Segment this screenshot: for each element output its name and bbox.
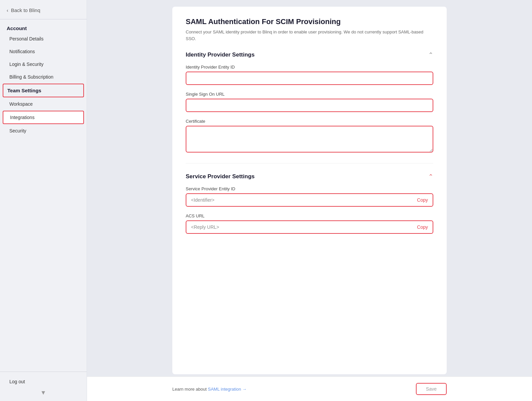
- sp-entity-id-field: <Identifier> Copy: [186, 193, 433, 207]
- service-provider-chevron-icon[interactable]: ⌃: [428, 173, 433, 180]
- certificate-label: Certificate: [186, 119, 433, 124]
- section-divider: [186, 163, 433, 164]
- save-button[interactable]: Save: [416, 383, 447, 395]
- entity-id-input[interactable]: [186, 72, 433, 85]
- learn-more-text: Learn more about SAML integration →: [172, 387, 247, 392]
- sidebar-bottom: Log out ▼: [0, 372, 87, 401]
- footer-inner: Learn more about SAML integration → Save: [172, 383, 447, 395]
- identity-provider-section-header: Identity Provider Settings ⌃: [186, 51, 433, 59]
- acs-url-value: <Reply URL>: [191, 224, 219, 230]
- identity-provider-section-title: Identity Provider Settings: [186, 52, 255, 58]
- back-arrow-icon: ‹: [7, 8, 8, 13]
- acs-url-copy-button[interactable]: Copy: [417, 224, 428, 230]
- certificate-textarea[interactable]: [186, 126, 433, 153]
- certificate-field-group: Certificate: [186, 119, 433, 154]
- sidebar-item-integrations[interactable]: Integrations: [3, 111, 84, 124]
- sp-entity-id-value: <Identifier>: [191, 197, 214, 203]
- sp-entity-id-label: Service Provider Entity ID: [186, 186, 433, 191]
- sidebar-item-notifications[interactable]: Notifications: [3, 45, 84, 58]
- sidebar: ‹ Back to Blinq Account Personal Details…: [0, 0, 87, 401]
- sidebar-item-billing[interactable]: Billing & Subscription: [3, 71, 84, 83]
- entity-id-field-group: Identity Provider Entity ID: [186, 65, 433, 85]
- sidebar-section-account[interactable]: Account: [0, 21, 87, 32]
- sidebar-item-workspace[interactable]: Workspace: [3, 98, 84, 110]
- sp-entity-id-field-group: Service Provider Entity ID <Identifier> …: [186, 186, 433, 207]
- sso-url-field-group: Single Sign On URL: [186, 92, 433, 112]
- back-link-label: Back to Blinq: [11, 7, 40, 13]
- service-provider-section-title: Service Provider Settings: [186, 173, 255, 180]
- saml-integration-link[interactable]: SAML integration →: [208, 387, 247, 392]
- sidebar-section-team-settings[interactable]: Team Settings: [3, 84, 84, 97]
- content-area: SAML Authentication For SCIM Provisionin…: [87, 0, 532, 377]
- sidebar-item-security[interactable]: Security: [3, 125, 84, 137]
- service-provider-section-header: Service Provider Settings ⌃: [186, 173, 433, 180]
- sidebar-item-logout[interactable]: Log out: [3, 376, 84, 388]
- sp-entity-id-copy-button[interactable]: Copy: [417, 197, 428, 203]
- back-to-blinq-link[interactable]: ‹ Back to Blinq: [0, 0, 87, 19]
- sidebar-divider-top: [0, 19, 87, 19]
- sidebar-item-personal-details[interactable]: Personal Details: [3, 33, 84, 45]
- page-subtitle: Connect your SAML identity provider to B…: [186, 29, 433, 42]
- identity-provider-chevron-icon[interactable]: ⌃: [428, 51, 433, 59]
- acs-url-field: <Reply URL> Copy: [186, 220, 433, 234]
- sso-url-input[interactable]: [186, 99, 433, 112]
- sidebar-item-login-security[interactable]: Login & Security: [3, 58, 84, 70]
- scroll-down-indicator: ▼: [0, 388, 87, 398]
- content-panel: SAML Authentication For SCIM Provisionin…: [172, 7, 447, 374]
- footer-wrapper: Learn more about SAML integration → Save: [87, 377, 532, 401]
- acs-url-field-group: ACS URL <Reply URL> Copy: [186, 213, 433, 234]
- page-title: SAML Authentication For SCIM Provisionin…: [186, 17, 433, 26]
- entity-id-label: Identity Provider Entity ID: [186, 65, 433, 70]
- acs-url-label: ACS URL: [186, 213, 433, 218]
- main-content: SAML Authentication For SCIM Provisionin…: [87, 0, 532, 401]
- sso-url-label: Single Sign On URL: [186, 92, 433, 97]
